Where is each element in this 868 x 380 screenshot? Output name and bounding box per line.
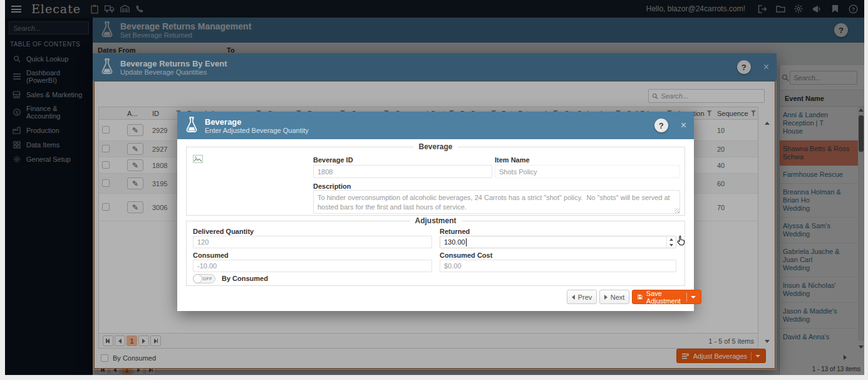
description-field[interactable]: To hinder overconsumption of alcoholic b… bbox=[313, 190, 680, 214]
beverage-legend: Beverage bbox=[413, 142, 457, 151]
text-caret bbox=[466, 238, 467, 246]
toggle-knob bbox=[193, 274, 202, 283]
flask-icon bbox=[185, 116, 199, 135]
resize-grip[interactable] bbox=[674, 208, 679, 213]
app-window: Elecate Hello, blazor@24carrots.com! ? bbox=[5, 0, 864, 375]
item-name-label: Item Name bbox=[495, 156, 530, 164]
by-consumed-toggle-label: By Consumed bbox=[222, 275, 268, 282]
item-name-field[interactable] bbox=[495, 165, 680, 178]
prev-icon bbox=[572, 295, 575, 300]
screen: Elecate Hello, blazor@24carrots.com! ? bbox=[0, 0, 868, 380]
modal-beverage: Beverage Enter Adjusted Beverage Quantit… bbox=[177, 112, 694, 311]
consumed-cost-label: Consumed Cost bbox=[440, 251, 492, 259]
modal-header: Beverage Enter Adjusted Beverage Quantit… bbox=[177, 112, 694, 139]
consumed-cost-field[interactable] bbox=[440, 260, 676, 272]
modal-subtitle: Enter Adjusted Beverage Quantity bbox=[205, 127, 309, 134]
close-icon[interactable]: × bbox=[681, 120, 686, 130]
by-consumed-toggle[interactable]: OFF bbox=[193, 274, 215, 283]
returned-label: Returned bbox=[440, 228, 470, 235]
modal-body: Beverage Beverage ID Item Name Descripti… bbox=[177, 139, 694, 311]
adjustment-legend: Adjustment bbox=[410, 216, 462, 225]
save-adjustment-button[interactable]: Save Adjustment bbox=[632, 290, 701, 304]
beverage-fieldset: Beverage Beverage ID Item Name Descripti… bbox=[186, 147, 685, 216]
beverage-id-label: Beverage ID bbox=[313, 156, 353, 164]
beverage-id-field[interactable] bbox=[313, 165, 492, 178]
next-icon bbox=[604, 295, 607, 300]
spinner-down-icon[interactable] bbox=[669, 244, 673, 246]
chevron-down-icon bbox=[691, 296, 696, 298]
next-button[interactable]: Next bbox=[599, 290, 629, 304]
returned-field[interactable]: 130.00 bbox=[440, 236, 676, 248]
broken-image-icon bbox=[193, 155, 203, 164]
modal-title: Beverage bbox=[205, 117, 309, 127]
save-icon bbox=[638, 293, 643, 300]
consumed-field[interactable] bbox=[193, 260, 432, 272]
help-icon[interactable]: ? bbox=[654, 119, 668, 132]
adjustment-fieldset: Adjustment Delivered Quantity Returned 1… bbox=[186, 221, 685, 286]
spinner-up-icon[interactable] bbox=[669, 238, 673, 241]
delivered-quantity-field[interactable] bbox=[193, 236, 432, 248]
number-spinner[interactable] bbox=[666, 236, 676, 248]
consumed-label: Consumed bbox=[193, 251, 229, 259]
description-label: Description bbox=[313, 182, 351, 190]
mouse-cursor-hand bbox=[676, 235, 686, 247]
delivered-quantity-label: Delivered Quantity bbox=[193, 228, 254, 235]
prev-button[interactable]: Prev bbox=[567, 290, 597, 304]
